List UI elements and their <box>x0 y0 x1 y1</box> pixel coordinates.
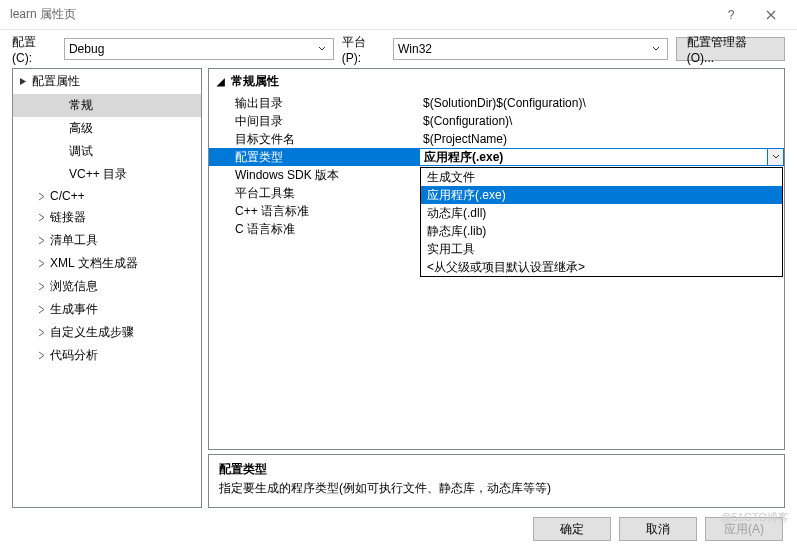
tree-item[interactable]: 生成事件 <box>13 298 201 321</box>
platform-label: 平台(P): <box>342 34 385 65</box>
dropdown-list[interactable]: 生成文件应用程序(.exe)动态库(.dll)静态库(.lib)实用工具<从父级… <box>420 167 783 277</box>
tree-root[interactable]: 配置属性 <box>13 69 201 94</box>
chevron-down-icon <box>315 45 329 53</box>
expand-icon[interactable] <box>37 282 46 291</box>
expand-icon[interactable] <box>37 236 46 245</box>
property-value[interactable]: $(Configuration)\ <box>419 112 784 130</box>
tree-item-label: C/C++ <box>50 189 85 203</box>
collapse-icon: ◢ <box>217 76 225 87</box>
close-button[interactable] <box>751 0 791 30</box>
tree-item-label: 高级 <box>69 120 93 137</box>
property-name: 输出目录 <box>209 94 419 112</box>
property-value[interactable]: 应用程序(.exe)生成文件应用程序(.exe)动态库(.dll)静态库(.li… <box>419 148 784 166</box>
close-icon <box>766 10 776 20</box>
property-row[interactable]: 配置类型应用程序(.exe)生成文件应用程序(.exe)动态库(.dll)静态库… <box>209 148 784 166</box>
expand-icon[interactable] <box>37 351 46 360</box>
apply-button[interactable]: 应用(A) <box>705 517 783 541</box>
tree-item[interactable]: 高级 <box>13 117 201 140</box>
property-row[interactable]: 中间目录$(Configuration)\ <box>209 112 784 130</box>
tree-item-label: 清单工具 <box>50 232 98 249</box>
tree-item-label: 常规 <box>69 97 93 114</box>
tree-item[interactable]: 清单工具 <box>13 229 201 252</box>
tree-item-label: 代码分析 <box>50 347 98 364</box>
window-title: learn 属性页 <box>10 6 711 23</box>
config-value: Debug <box>69 42 315 56</box>
tree-item-label: XML 文档生成器 <box>50 255 138 272</box>
tree-panel[interactable]: 配置属性 常规高级调试VC++ 目录C/C++链接器清单工具XML 文档生成器浏… <box>12 68 202 508</box>
config-combo[interactable]: Debug <box>64 38 334 60</box>
property-name: 平台工具集 <box>209 184 419 202</box>
config-manager-button[interactable]: 配置管理器(O)... <box>676 37 785 61</box>
property-name: Windows SDK 版本 <box>209 166 419 184</box>
tree-item[interactable]: 浏览信息 <box>13 275 201 298</box>
collapse-icon[interactable] <box>19 77 28 86</box>
description-title: 配置类型 <box>219 461 774 478</box>
chevron-down-icon <box>649 45 663 53</box>
expand-icon[interactable] <box>37 213 46 222</box>
property-name: 配置类型 <box>209 148 419 166</box>
tree-item[interactable]: 链接器 <box>13 206 201 229</box>
tree-item[interactable]: VC++ 目录 <box>13 163 201 186</box>
description-panel: 配置类型 指定要生成的程序类型(例如可执行文件、静态库，动态库等等) <box>208 454 785 508</box>
titlebar: learn 属性页 ? <box>0 0 797 30</box>
tree-item-label: 自定义生成步骤 <box>50 324 134 341</box>
expand-icon[interactable] <box>37 192 46 201</box>
property-row[interactable]: 输出目录$(SolutionDir)$(Configuration)\ <box>209 94 784 112</box>
dropdown-item[interactable]: 应用程序(.exe) <box>421 186 782 204</box>
property-name: C 语言标准 <box>209 220 419 238</box>
property-value[interactable]: $(SolutionDir)$(Configuration)\ <box>419 94 784 112</box>
tree-item-label: 生成事件 <box>50 301 98 318</box>
toolbar: 配置(C): Debug 平台(P): Win32 配置管理器(O)... <box>0 30 797 68</box>
tree-item[interactable]: 调试 <box>13 140 201 163</box>
tree-item[interactable]: XML 文档生成器 <box>13 252 201 275</box>
dropdown-item[interactable]: 动态库(.dll) <box>421 204 782 222</box>
platform-combo[interactable]: Win32 <box>393 38 668 60</box>
dropdown-item[interactable]: 生成文件 <box>421 168 782 186</box>
footer: 确定 取消 应用(A) <box>0 508 797 550</box>
description-text: 指定要生成的程序类型(例如可执行文件、静态库，动态库等等) <box>219 480 774 497</box>
tree-item[interactable]: C/C++ <box>13 186 201 206</box>
dropdown-button[interactable] <box>767 149 783 165</box>
tree-item-label: 浏览信息 <box>50 278 98 295</box>
platform-value: Win32 <box>398 42 649 56</box>
tree-item[interactable]: 常规 <box>13 94 201 117</box>
dropdown-item[interactable]: <从父级或项目默认设置继承> <box>421 258 782 276</box>
property-grid[interactable]: ◢ 常规属性 输出目录$(SolutionDir)$(Configuration… <box>208 68 785 450</box>
expand-icon[interactable] <box>37 328 46 337</box>
chevron-down-icon <box>772 153 780 161</box>
expand-icon[interactable] <box>37 305 46 314</box>
help-button[interactable]: ? <box>711 0 751 30</box>
ok-button[interactable]: 确定 <box>533 517 611 541</box>
dropdown-item[interactable]: 静态库(.lib) <box>421 222 782 240</box>
property-row[interactable]: 目标文件名$(ProjectName) <box>209 130 784 148</box>
tree-item[interactable]: 自定义生成步骤 <box>13 321 201 344</box>
tree-item[interactable]: 代码分析 <box>13 344 201 367</box>
tree-item-label: 链接器 <box>50 209 86 226</box>
expand-icon[interactable] <box>37 259 46 268</box>
property-name: 目标文件名 <box>209 130 419 148</box>
property-name: C++ 语言标准 <box>209 202 419 220</box>
property-group-header[interactable]: ◢ 常规属性 <box>209 69 784 94</box>
cancel-button[interactable]: 取消 <box>619 517 697 541</box>
tree-item-label: VC++ 目录 <box>69 166 127 183</box>
dropdown-item[interactable]: 实用工具 <box>421 240 782 258</box>
property-value[interactable]: $(ProjectName) <box>419 130 784 148</box>
property-name: 中间目录 <box>209 112 419 130</box>
tree-item-label: 调试 <box>69 143 93 160</box>
config-label: 配置(C): <box>12 34 56 65</box>
